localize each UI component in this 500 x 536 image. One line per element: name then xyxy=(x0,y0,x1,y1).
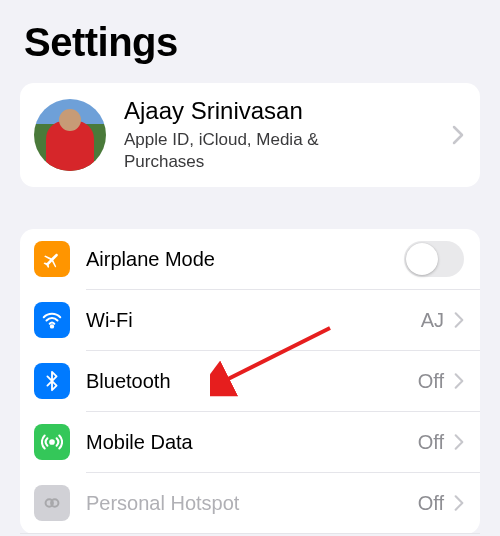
settings-header: Settings xyxy=(0,0,500,83)
airplane-mode-toggle[interactable] xyxy=(404,241,464,277)
svg-point-1 xyxy=(50,440,54,444)
wifi-label: Wi-Fi xyxy=(86,309,421,332)
wifi-row[interactable]: Wi-Fi AJ xyxy=(20,290,480,350)
chevron-right-icon xyxy=(454,311,464,329)
hotspot-icon xyxy=(34,485,70,521)
page-title: Settings xyxy=(24,20,476,65)
personal-hotspot-row[interactable]: Personal Hotspot Off xyxy=(20,473,480,533)
profile-subtitle: Apple ID, iCloud, Media & Purchases xyxy=(124,129,364,173)
settings-list: Airplane Mode Wi-Fi AJ Bluetooth Off Mob… xyxy=(20,229,480,534)
airplane-mode-row[interactable]: Airplane Mode xyxy=(20,229,480,289)
personal-hotspot-label: Personal Hotspot xyxy=(86,492,418,515)
chevron-right-icon xyxy=(454,494,464,512)
bluetooth-row[interactable]: Bluetooth Off xyxy=(20,351,480,411)
chevron-right-icon xyxy=(452,125,464,145)
wifi-value: AJ xyxy=(421,309,444,332)
mobile-data-icon xyxy=(34,424,70,460)
profile-text: Ajaay Srinivasan Apple ID, iCloud, Media… xyxy=(124,97,452,173)
chevron-right-icon xyxy=(454,433,464,451)
wifi-icon xyxy=(34,302,70,338)
mobile-data-label: Mobile Data xyxy=(86,431,418,454)
svg-point-0 xyxy=(51,325,53,327)
chevron-right-icon xyxy=(454,372,464,390)
bluetooth-value: Off xyxy=(418,370,444,393)
bluetooth-label: Bluetooth xyxy=(86,370,418,393)
apple-id-row[interactable]: Ajaay Srinivasan Apple ID, iCloud, Media… xyxy=(20,83,480,187)
bluetooth-icon xyxy=(34,363,70,399)
mobile-data-value: Off xyxy=(418,431,444,454)
mobile-data-row[interactable]: Mobile Data Off xyxy=(20,412,480,472)
airplane-mode-label: Airplane Mode xyxy=(86,248,404,271)
profile-name: Ajaay Srinivasan xyxy=(124,97,452,125)
personal-hotspot-value: Off xyxy=(418,492,444,515)
profile-card: Ajaay Srinivasan Apple ID, iCloud, Media… xyxy=(20,83,480,187)
airplane-icon xyxy=(34,241,70,277)
avatar xyxy=(34,99,106,171)
